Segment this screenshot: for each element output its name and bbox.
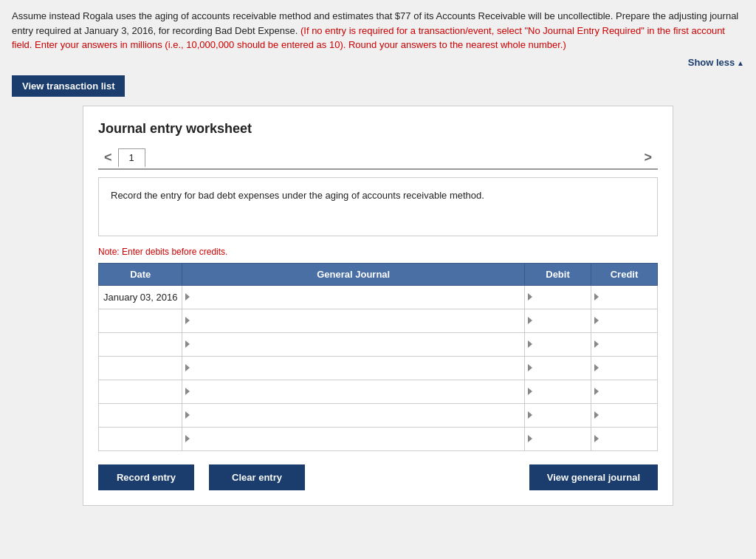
triangle-icon [594,388,599,395]
credit-cell[interactable] [591,427,658,450]
table-row: January 03, 2016 [99,285,658,309]
worksheet-container: Journal entry worksheet < 1 > Record the… [83,106,673,506]
credit-cell[interactable] [591,285,658,309]
tab-nav: < 1 > [98,147,658,170]
journal-cell[interactable] [182,332,525,356]
journal-cell[interactable] [182,427,525,450]
journal-cell[interactable] [182,380,525,403]
debit-cell[interactable] [525,285,591,309]
next-tab-button[interactable]: > [638,147,658,168]
journal-cell[interactable] [182,356,525,380]
triangle-icon [594,317,599,324]
date-cell[interactable] [99,332,182,356]
journal-cell[interactable] [182,309,525,332]
col-debit: Debit [525,263,591,285]
date-cell[interactable] [99,356,182,380]
buttons-row: Record entry Clear entry View general jo… [98,464,658,490]
date-cell[interactable] [99,309,182,332]
date-cell[interactable] [99,380,182,403]
credit-cell[interactable] [591,309,658,332]
col-credit: Credit [591,263,658,285]
table-row [99,356,658,380]
journal-cell[interactable] [182,403,525,427]
journal-table: Date General Journal Debit Credit Januar… [98,263,658,451]
prev-tab-button[interactable]: < [98,147,118,168]
triangle-icon [528,293,532,301]
clear-entry-button[interactable]: Clear entry [209,464,305,490]
note-text: Note: Enter debits before credits. [98,247,658,257]
triangle-icon [528,435,532,442]
triangle-icon [594,364,599,371]
triangle-icon [185,340,190,348]
triangle-icon [185,317,190,324]
description-box: Record the entry for bad debt expenses u… [98,177,658,236]
triangle-icon [528,364,532,371]
credit-cell[interactable] [591,332,658,356]
description-text: Record the entry for bad debt expenses u… [111,190,484,201]
triangle-icon [185,435,190,442]
triangle-icon [185,388,190,395]
debit-cell[interactable] [525,380,591,403]
triangle-icon [185,411,190,419]
view-general-journal-button[interactable]: View general journal [529,464,658,490]
view-transaction-button[interactable]: View transaction list [12,75,125,97]
intro-text: Assume instead Rogala uses the aging of … [12,9,744,52]
record-entry-button[interactable]: Record entry [98,464,194,490]
table-row [99,427,658,450]
table-row [99,403,658,427]
debit-cell[interactable] [525,332,591,356]
debit-cell[interactable] [525,356,591,380]
triangle-icon [528,317,532,324]
debit-cell[interactable] [525,309,591,332]
triangle-icon [185,364,190,371]
triangle-icon [528,340,532,348]
triangle-icon [594,435,599,442]
credit-cell[interactable] [591,380,658,403]
show-less-container: Show less [12,57,744,68]
triangle-icon [528,411,532,419]
debit-cell[interactable] [525,427,591,450]
tab-1[interactable]: 1 [118,148,145,168]
date-cell[interactable] [99,403,182,427]
worksheet-title: Journal entry worksheet [98,121,658,137]
journal-cell[interactable] [182,285,525,309]
triangle-icon [594,411,599,419]
table-row [99,332,658,356]
col-date: Date [99,263,182,285]
table-row [99,380,658,403]
date-cell[interactable] [99,427,182,450]
date-cell: January 03, 2016 [99,285,182,309]
triangle-icon [594,293,599,301]
triangle-icon [594,340,599,348]
triangle-icon [185,293,190,301]
show-less-link[interactable]: Show less [688,57,744,68]
col-journal: General Journal [182,263,525,285]
credit-cell[interactable] [591,403,658,427]
debit-cell[interactable] [525,403,591,427]
table-row [99,309,658,332]
triangle-icon [528,388,532,395]
credit-cell[interactable] [591,356,658,380]
